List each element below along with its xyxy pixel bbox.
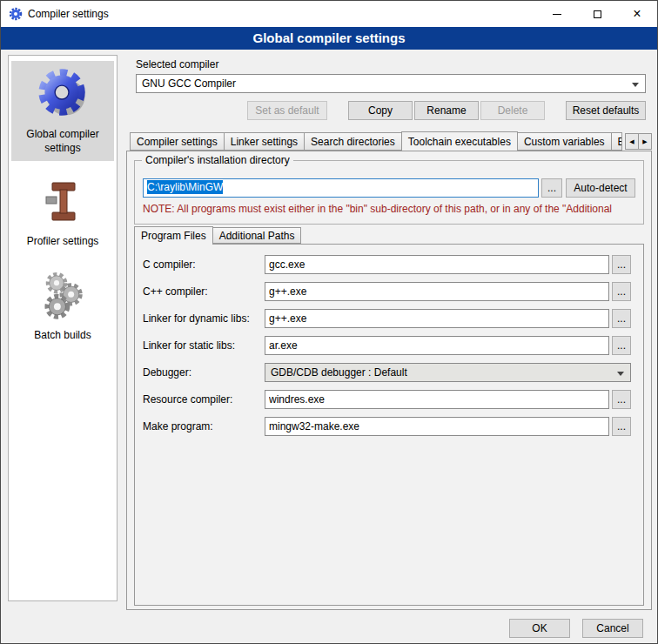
sidebar-item-batch-builds[interactable]: Batch builds [11,265,114,349]
ok-button[interactable]: OK [509,619,570,638]
gear-blue-icon [13,67,112,122]
tab-scroll-left-button[interactable]: ◀ [625,133,639,150]
close-icon: × [633,7,641,21]
field-row-dynamic-linker: Linker for dynamic libs: ... [143,309,631,328]
set-as-default-button[interactable]: Set as default [247,101,327,120]
tab-custom-variables[interactable]: Custom variables [517,132,612,151]
debugger-dropdown[interactable]: GDB/CDB debugger : Default [265,363,631,382]
settings-category-list: Global compiler settings Profiler settin… [8,55,118,601]
selected-compiler-value: GNU GCC Compiler [142,77,236,90]
tab-scroll-right-button[interactable]: ▶ [638,133,652,150]
autodetect-button[interactable]: Auto-detect [566,178,635,198]
install-dir-selected-text: C:\raylib\MinGW [147,180,223,194]
delete-button[interactable]: Delete [480,101,545,120]
dialog-header: Global compiler settings [1,27,657,50]
install-dir-browse-button[interactable]: ... [541,178,562,198]
field-label: Linker for static libs: [143,339,265,352]
tab-linker-settings[interactable]: Linker settings [224,132,305,151]
field-label: C++ compiler: [143,285,265,298]
profiler-tool-icon [13,178,112,229]
field-row-static-linker: Linker for static libs: ... [143,336,631,355]
titlebar: Compiler settings × [1,1,657,27]
static-linker-browse-button[interactable]: ... [612,336,631,355]
cancel-button[interactable]: Cancel [582,619,643,638]
programs-tabbar: Program Files Additional Paths [134,226,301,244]
program-files-panel: C compiler: ... C++ compiler: ... Linker… [134,244,644,606]
field-row-make-program: Make program: ... [143,417,631,436]
arrow-left-icon: ◀ [629,138,634,145]
window-title: Compiler settings [28,8,109,20]
compiler-settings-window: Compiler settings × Global compiler sett… [0,0,658,644]
copy-button[interactable]: Copy [348,101,413,120]
app-icon [9,7,23,21]
make-program-browse-button[interactable]: ... [612,417,631,436]
selected-compiler-dropdown[interactable]: GNU GCC Compiler [136,74,646,93]
minimize-button[interactable] [537,2,577,27]
settings-tabbar: Compiler settings Linker settings Search… [130,131,622,151]
close-button[interactable]: × [617,2,657,27]
sidebar-item-label: Global compiler settings [13,128,112,155]
c-compiler-browse-button[interactable]: ... [612,255,631,274]
compiler-button-row: Set as default Copy Rename Delete Reset … [136,101,646,120]
field-row-debugger: Debugger: GDB/CDB debugger : Default [143,363,631,382]
main-panel: Selected compiler GNU GCC Compiler Set a… [123,55,652,619]
install-dir-input[interactable]: C:\raylib\MinGW [143,178,539,198]
field-row-c-compiler: C compiler: ... [143,255,631,274]
rename-button[interactable]: Rename [414,101,479,120]
field-label: Make program: [143,420,265,433]
dynamic-linker-input[interactable] [265,309,609,328]
gear-stack-icon [13,272,112,323]
tab-program-files[interactable]: Program Files [134,226,213,245]
chevron-down-icon [617,372,624,376]
sidebar-item-profiler-settings[interactable]: Profiler settings [11,171,114,255]
maximize-icon [594,10,601,18]
field-row-resource-compiler: Resource compiler: ... [143,390,631,409]
dynamic-linker-browse-button[interactable]: ... [612,309,631,328]
sidebar-item-label: Profiler settings [13,235,112,249]
sidebar-item-label: Batch builds [13,329,112,343]
chevron-down-icon [632,83,639,87]
field-label: Resource compiler: [143,393,265,406]
static-linker-input[interactable] [265,336,609,355]
tab-search-directories[interactable]: Search directories [304,132,402,151]
field-row-cpp-compiler: C++ compiler: ... [143,282,631,301]
install-dir-groupbox: Compiler's installation directory C:\ray… [134,160,644,225]
cpp-compiler-browse-button[interactable]: ... [612,282,631,301]
maximize-button[interactable] [577,2,617,27]
note-text: NOTE: All programs must exist either in … [143,203,658,215]
install-dir-row: C:\raylib\MinGW ... Auto-detect [143,178,635,198]
tab-toolchain-executables[interactable]: Toolchain executables [401,131,518,151]
toolchain-executables-panel: Compiler's installation directory C:\ray… [126,151,652,610]
arrow-right-icon: ▶ [642,138,647,145]
make-program-input[interactable] [265,417,609,436]
dialog-footer: OK Cancel [509,619,643,638]
reset-defaults-button[interactable]: Reset defaults [566,101,646,120]
tab-scroll-buttons: ◀ ▶ [625,133,652,150]
dialog-title: Global compiler settings [252,30,405,45]
install-dir-group-title: Compiler's installation directory [142,154,293,166]
field-label: Linker for dynamic libs: [143,312,265,325]
c-compiler-input[interactable] [265,255,609,274]
selected-compiler-label: Selected compiler [136,58,218,70]
debugger-value: GDB/CDB debugger : Default [271,366,407,379]
tab-compiler-settings[interactable]: Compiler settings [130,132,225,151]
resource-compiler-browse-button[interactable]: ... [612,390,631,409]
resource-compiler-input[interactable] [265,390,609,409]
sidebar-item-global-compiler-settings[interactable]: Global compiler settings [11,61,114,161]
tab-additional-paths[interactable]: Additional Paths [212,227,302,244]
dialog-body: Global compiler settings Profiler settin… [1,50,657,644]
field-label: C compiler: [143,258,265,271]
tab-build-options[interactable]: Build options [611,132,622,151]
field-label: Debugger: [143,366,265,379]
cpp-compiler-input[interactable] [265,282,609,301]
minimize-icon [553,14,561,15]
